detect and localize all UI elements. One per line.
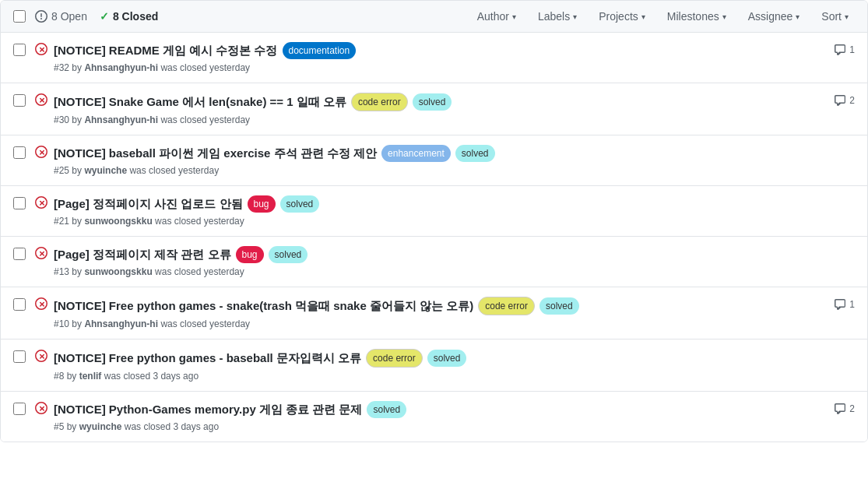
assignee-chevron-icon: ▾ (796, 12, 799, 21)
issues-container: 8 Open ✓ 8 Closed Author ▾ Labels ▾ Proj… (0, 0, 868, 442)
issue-closed-icon (35, 247, 47, 262)
issue-meta: #21 by sunwoongskku was closed yesterday (54, 216, 855, 227)
issue-label[interactable]: enhancement (381, 145, 451, 162)
assignee-filter-btn[interactable]: Assignee ▾ (742, 7, 807, 26)
comment-count-value: 2 (849, 403, 855, 414)
issue-content: [NOTICE] Snake Game 에서 len(snake) == 1 일… (54, 93, 834, 125)
issue-status: was closed 3 days ago (104, 371, 199, 382)
issue-title-line: [NOTICE] Python-Games memory.py 게임 종료 관련… (54, 401, 834, 418)
issue-checkbox[interactable] (13, 146, 26, 159)
toolbar: 8 Open ✓ 8 Closed Author ▾ Labels ▾ Proj… (1, 1, 867, 33)
issue-author[interactable]: Ahnsanghyun-hi (84, 114, 158, 125)
issue-status: was closed yesterday (160, 114, 250, 125)
issue-title-line: [NOTICE] Free python games - snake(trash… (54, 297, 834, 315)
issue-author[interactable]: sunwoongskku (84, 216, 152, 227)
issue-meta: #13 by sunwoongskku was closed yesterday (54, 266, 855, 277)
issue-label[interactable]: solved (427, 350, 467, 367)
issue-meta: #5 by wyuinche was closed 3 days ago (54, 421, 834, 432)
issue-row: [Page] 정적페이지 제작 관련 오류 bugsolved #13 by s… (1, 237, 867, 287)
issue-author[interactable]: sunwoongskku (84, 266, 152, 277)
issue-label[interactable]: code error (366, 349, 423, 368)
labels-filter-btn[interactable]: Labels ▾ (532, 7, 583, 26)
issue-checkbox[interactable] (13, 248, 26, 260)
issue-closed-icon (35, 297, 47, 312)
closed-count-link[interactable]: ✓ 8 Closed (100, 10, 158, 23)
issue-title[interactable]: [NOTICE] Free python games - snake(trash… (54, 299, 473, 314)
comment-count-value: 1 (849, 44, 855, 55)
issue-status: was closed yesterday (129, 165, 219, 176)
issue-title-line: [Page] 정적페이지 사진 업로드 안됨 bugsolved (54, 195, 855, 213)
issue-content: [NOTICE] Free python games - snake(trash… (54, 297, 834, 329)
open-count-link[interactable]: 8 Open (35, 10, 87, 23)
issue-row: [NOTICE] Free python games - baseball 문자… (1, 340, 867, 392)
author-chevron-icon: ▾ (512, 12, 516, 21)
comment-count-value: 2 (849, 95, 855, 106)
issue-closed-icon (35, 146, 47, 160)
issue-content: [NOTICE] README 게임 예시 수정본 수정 documentati… (54, 42, 834, 73)
issue-title[interactable]: [NOTICE] baseball 파이썬 게임 exercise 주석 관련 … (54, 146, 377, 161)
issue-title-line: [NOTICE] baseball 파이썬 게임 exercise 주석 관련 … (54, 145, 855, 162)
issue-checkbox[interactable] (13, 44, 26, 56)
issue-title[interactable]: [NOTICE] Free python games - baseball 문자… (54, 351, 361, 366)
comment-count[interactable]: 1 (834, 44, 855, 56)
issue-title[interactable]: [Page] 정적페이지 사진 업로드 안됨 (54, 197, 243, 212)
milestones-chevron-icon: ▾ (722, 12, 726, 21)
issue-checkbox[interactable] (13, 94, 26, 107)
issue-number: #13 (54, 266, 69, 277)
issue-checkbox[interactable] (13, 403, 26, 415)
issue-author[interactable]: Ahnsanghyun-hi (84, 318, 158, 329)
issue-content: [NOTICE] Python-Games memory.py 게임 종료 관련… (54, 401, 834, 432)
comment-count[interactable]: 1 (834, 298, 855, 311)
issue-title[interactable]: [Page] 정적페이지 제작 관련 오류 (54, 248, 231, 262)
issue-closed-icon (35, 93, 47, 108)
comment-icon (834, 94, 846, 107)
issue-meta: #10 by Ahnsanghyun-hi was closed yesterd… (54, 318, 834, 329)
author-filter-btn[interactable]: Author ▾ (471, 7, 522, 26)
issue-label[interactable]: solved (539, 297, 579, 315)
issue-label[interactable]: solved (280, 195, 320, 213)
issue-number: #32 (54, 62, 69, 73)
comment-count-value: 1 (849, 299, 855, 310)
issue-label[interactable]: solved (269, 246, 308, 263)
issue-title[interactable]: [NOTICE] README 게임 예시 수정본 수정 (54, 44, 278, 58)
issues-list: [NOTICE] README 게임 예시 수정본 수정 documentati… (1, 33, 867, 442)
projects-filter-btn[interactable]: Projects ▾ (592, 7, 652, 26)
issue-title[interactable]: [NOTICE] Python-Games memory.py 게임 종료 관련… (54, 403, 362, 417)
issue-label[interactable]: bug (248, 195, 276, 213)
comment-count[interactable]: 2 (834, 94, 855, 107)
issue-content: [NOTICE] Free python games - baseball 문자… (54, 349, 855, 382)
issue-title-line: [Page] 정적페이지 제작 관련 오류 bugsolved (54, 246, 855, 263)
issue-row: [NOTICE] README 게임 예시 수정본 수정 documentati… (1, 33, 867, 83)
milestones-filter-btn[interactable]: Milestones ▾ (661, 7, 733, 26)
issue-label[interactable]: code error (351, 93, 408, 111)
issue-label[interactable]: code error (478, 297, 535, 315)
select-all-checkbox[interactable] (13, 10, 26, 23)
issue-row: [NOTICE] Free python games - snake(trash… (1, 287, 867, 340)
issue-author[interactable]: Ahnsanghyun-hi (84, 62, 158, 73)
issue-number: #5 (54, 421, 64, 432)
issue-content: [NOTICE] baseball 파이썬 게임 exercise 주석 관련 … (54, 145, 855, 176)
issue-author[interactable]: wyuinche (79, 421, 122, 432)
issue-status: was closed yesterday (160, 318, 250, 329)
projects-chevron-icon: ▾ (641, 12, 645, 21)
issue-title-line: [NOTICE] Free python games - baseball 문자… (54, 349, 855, 368)
issue-label[interactable]: solved (413, 93, 452, 111)
issue-content: [Page] 정적페이지 사진 업로드 안됨 bugsolved #21 by … (54, 195, 855, 227)
issue-label[interactable]: documentation (283, 42, 357, 59)
comment-count[interactable]: 2 (834, 403, 855, 415)
issue-label[interactable]: solved (367, 401, 406, 418)
issue-checkbox[interactable] (13, 197, 26, 209)
issue-author[interactable]: tenlif (79, 371, 102, 382)
issue-checkbox[interactable] (13, 350, 26, 363)
issue-status: was closed 3 days ago (125, 421, 219, 432)
issue-content: [Page] 정적페이지 제작 관련 오류 bugsolved #13 by s… (54, 246, 855, 277)
comment-icon (834, 403, 846, 415)
issue-author[interactable]: wyuinche (84, 165, 127, 176)
open-count-label: 8 Open (51, 10, 87, 23)
issue-number: #10 (54, 318, 69, 329)
sort-filter-btn[interactable]: Sort ▾ (815, 7, 855, 26)
issue-label[interactable]: bug (236, 246, 264, 263)
issue-title[interactable]: [NOTICE] Snake Game 에서 len(snake) == 1 일… (54, 95, 346, 110)
issue-label[interactable]: solved (455, 145, 495, 162)
issue-checkbox[interactable] (13, 298, 26, 311)
